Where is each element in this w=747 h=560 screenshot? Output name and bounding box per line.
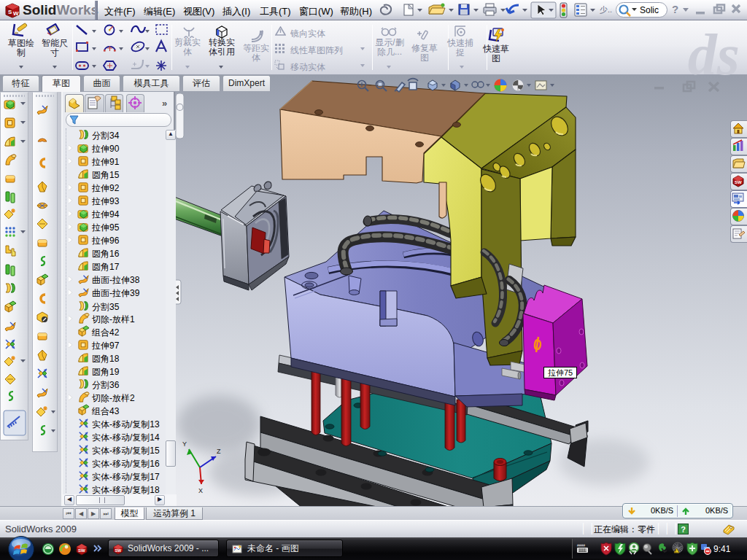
svg-text:X: X xyxy=(198,487,203,494)
svg-text:SW: SW xyxy=(115,548,123,553)
svg-text:Z: Z xyxy=(217,448,221,455)
svg-text:W: W xyxy=(13,10,19,17)
svg-text:Y: Y xyxy=(182,440,187,448)
svg-text:SW: SW xyxy=(735,180,742,184)
svg-text:S: S xyxy=(8,9,12,15)
svg-text:####: #### xyxy=(577,543,585,548)
svg-text:SW: SW xyxy=(78,548,85,553)
svg-text:少..: 少.. xyxy=(600,5,612,14)
